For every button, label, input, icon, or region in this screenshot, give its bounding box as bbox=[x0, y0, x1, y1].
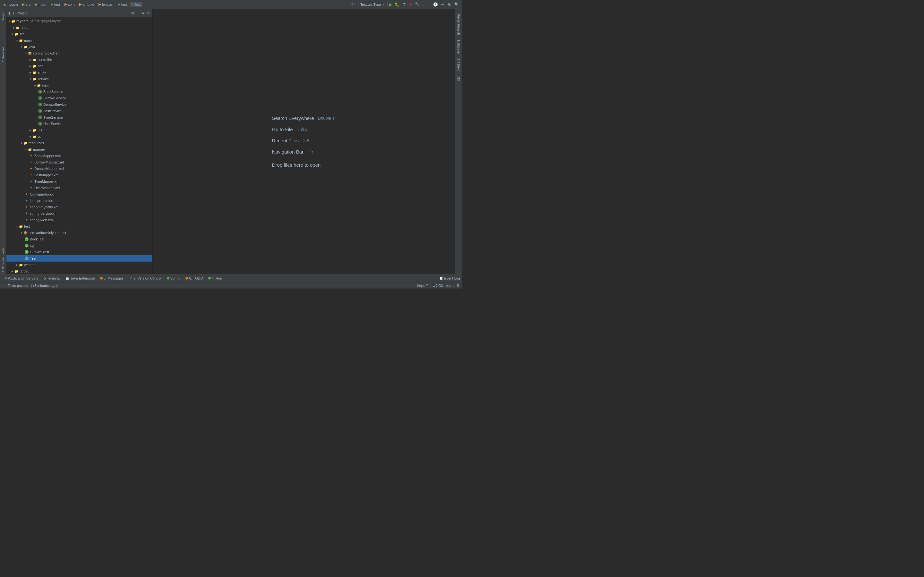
panel-collapse-btn[interactable]: ⊞ bbox=[136, 11, 140, 15]
project-name-btn[interactable]: ■ myssm bbox=[2, 2, 19, 7]
breadcrumb-src[interactable]: ▶ src bbox=[21, 2, 32, 7]
settings-button[interactable]: ⚙ bbox=[447, 2, 452, 7]
breadcrumb-ambow[interactable]: ▶ ambow bbox=[78, 2, 95, 7]
debug-button[interactable]: 🐛 bbox=[394, 2, 401, 7]
folder-icon: 📁 bbox=[27, 147, 32, 152]
tree-item-idea[interactable]: ▶ 📁 .idea bbox=[6, 24, 152, 31]
tree-item-entity[interactable]: ▶ 📁 entity bbox=[6, 69, 152, 76]
tab-todo[interactable]: 6: TODO bbox=[183, 275, 205, 282]
tree-item-main[interactable]: ▼ 📁 main bbox=[6, 37, 152, 44]
bottom-right: 📋 Event Log bbox=[439, 276, 460, 280]
tree-item-service[interactable]: ▼ 📁 service bbox=[6, 76, 152, 82]
active-file-tab[interactable]: ● Test bbox=[130, 2, 142, 7]
git-update-button[interactable]: ↓ bbox=[422, 2, 426, 7]
tree-item-UserMapper-xml[interactable]: ✦ UserMapper.xml bbox=[6, 185, 152, 191]
xml-icon: ✦ bbox=[29, 153, 33, 158]
tree-item-BookTest[interactable]: G BookTest bbox=[6, 236, 152, 242]
tree-item-com-ambow-first[interactable]: ▼ 📦 com.ambow.first bbox=[6, 50, 152, 56]
panel-hide-btn[interactable]: ✕ bbox=[146, 11, 150, 15]
tab-run[interactable]: 4: Run bbox=[206, 275, 224, 282]
run-config-icon[interactable]: ⚙⇅ bbox=[349, 2, 357, 7]
git-branch[interactable]: ⎇ Git: master ⇅ bbox=[433, 284, 459, 287]
side-tab-structure[interactable]: 2: Structure bbox=[1, 256, 5, 274]
properties-icon: ✦ bbox=[24, 198, 29, 203]
arrow-icon: ▶ bbox=[12, 26, 15, 29]
tree-item-spring-service-xml[interactable]: ✦ spring-service.xml bbox=[6, 210, 152, 217]
breadcrumb-com[interactable]: ▶ com bbox=[63, 2, 76, 7]
tab-terminal[interactable]: ❯ Terminal bbox=[41, 275, 63, 282]
tree-item-DonateMapper-xml[interactable]: ✦ DonateMapper.xml bbox=[6, 165, 152, 172]
breadcrumb-leiyuan[interactable]: ▶ leiyuan bbox=[97, 2, 115, 7]
side-tab-cdi[interactable]: CDI bbox=[456, 74, 461, 83]
tree-item-impl[interactable]: ▶ 📁 impl bbox=[6, 82, 152, 89]
tree-item-Test[interactable]: G Test bbox=[6, 255, 152, 261]
git-push-button[interactable]: ↑ bbox=[427, 2, 431, 7]
package-icon: 📦 bbox=[27, 51, 32, 55]
tree-item-resources[interactable]: ▼ 📁 resources bbox=[6, 140, 152, 146]
tree-item-spring-mybatis-xml[interactable]: ✦ spring-mybatis.xml bbox=[6, 204, 152, 210]
build-button[interactable]: 🔨 bbox=[414, 2, 421, 7]
history-button[interactable]: 🕐 bbox=[432, 2, 439, 7]
panel-settings-btn[interactable]: ⚙ bbox=[141, 11, 145, 15]
side-tab-favorites[interactable]: 2: Favorites bbox=[1, 45, 5, 63]
panel-sync-btn[interactable]: ⊕ bbox=[131, 11, 135, 15]
tree-item-vo[interactable]: ▶ 📁 vo bbox=[6, 133, 152, 140]
test-folder-icon: ▶ bbox=[51, 2, 53, 6]
search-everywhere-button[interactable]: 🔍 bbox=[453, 2, 460, 7]
tree-item-com-ambow-leiyuan-test[interactable]: ▼ 📦 com.ambow.leiyuan.test bbox=[6, 229, 152, 236]
folder-icon: 📁 bbox=[32, 134, 37, 139]
xml-icon: ✦ bbox=[29, 160, 33, 164]
project-name: myssm bbox=[7, 3, 18, 6]
side-tab-maven[interactable]: Maven Projects bbox=[456, 11, 461, 37]
folder-icon: 📁 bbox=[11, 19, 15, 23]
event-log-btn[interactable]: 📋 Event Log bbox=[439, 276, 460, 280]
tree-item-myssm[interactable]: ▼ 📁 myssm ~/Desktop/临时/myssm bbox=[6, 18, 152, 24]
tree-item-webapp[interactable]: ▶ 📁 webapp bbox=[6, 261, 152, 268]
tree-item-TypeMapper-xml[interactable]: ✦ TypeMapper.xml bbox=[6, 178, 152, 185]
run-configuration[interactable]: Test.testType ▼ bbox=[358, 2, 388, 7]
tree-item-LostMapper-xml[interactable]: ✦ LostMapper.xml bbox=[6, 172, 152, 178]
tree-item-controller[interactable]: ▶ 📁 controller bbox=[6, 56, 152, 63]
tree-item-LostService[interactable]: I LostService bbox=[6, 108, 152, 114]
arrow-icon: ▶ bbox=[29, 58, 32, 61]
tree-item-BorrowService[interactable]: I BorrowService bbox=[6, 95, 152, 101]
tab-spring[interactable]: Spring bbox=[165, 275, 183, 282]
tree-item-src[interactable]: ▼ 📁 src bbox=[6, 31, 152, 37]
breadcrumb-main[interactable]: ▶ main bbox=[33, 2, 48, 7]
tree-item-util[interactable]: ▶ 📁 util bbox=[6, 127, 152, 133]
tab-java-enterprise[interactable]: ☕ Java Enterprise bbox=[63, 275, 97, 282]
side-tab-project[interactable]: 1: Project bbox=[1, 10, 5, 25]
run-button[interactable]: ▶ bbox=[389, 2, 393, 7]
tree-item-dao[interactable]: ▶ 📁 dao bbox=[6, 63, 152, 69]
breadcrumb-test[interactable]: ▶ test bbox=[49, 2, 61, 7]
breadcrumb-test2[interactable]: ▶ test bbox=[116, 2, 129, 7]
side-tab-database[interactable]: Database bbox=[456, 38, 461, 56]
tab-messages[interactable]: 0: Messages bbox=[98, 275, 126, 282]
tree-item-UserService[interactable]: I UserService bbox=[6, 121, 152, 127]
tab-version-control[interactable]: ⎇ 9: Version Control bbox=[126, 275, 164, 282]
tree-item-BookMapper-xml[interactable]: ✦ BookMapper.xml bbox=[6, 153, 152, 159]
tree-item-TypeService[interactable]: I TypeService bbox=[6, 114, 152, 121]
revert-button[interactable]: ↩ bbox=[440, 2, 445, 7]
tree-item-java[interactable]: ▼ 📁 java bbox=[6, 44, 152, 50]
tree-item-spring-web-xml[interactable]: ✦ spring-web.xml bbox=[6, 217, 152, 223]
tree-item-GuoWeiTest[interactable]: G GuoWeiTest bbox=[6, 249, 152, 255]
tree-item-test-folder[interactable]: ▼ 📁 test bbox=[6, 223, 152, 229]
tree-item-mapper[interactable]: ▼ 📁 mapper bbox=[6, 146, 152, 153]
project-tree: ▼ 📁 myssm ~/Desktop/临时/myssm ▶ 📁 .idea ▼… bbox=[6, 17, 152, 274]
coverage-button[interactable]: ☂ bbox=[402, 2, 407, 7]
side-tab-web[interactable]: Web bbox=[1, 247, 5, 255]
tree-item-DonateService[interactable]: I DonateService bbox=[6, 101, 152, 108]
tab-app-servers[interactable]: ⚙ Application Servers bbox=[2, 275, 41, 282]
interface-icon: I bbox=[38, 109, 42, 113]
tree-item-BookService[interactable]: I BookService bbox=[6, 89, 152, 95]
tree-item-cyj[interactable]: G cyj bbox=[6, 242, 152, 249]
arrow-icon: ▶ bbox=[33, 84, 37, 87]
vcs-icon: ⎇ bbox=[129, 276, 132, 280]
stop-button[interactable]: ■ bbox=[409, 2, 413, 7]
tree-item-jdbc-properties[interactable]: ✦ jdbc.properties bbox=[6, 197, 152, 204]
side-tab-ant[interactable]: Ant Build bbox=[456, 56, 461, 73]
tree-item-target[interactable]: ▶ 📁 target bbox=[6, 268, 152, 274]
tree-item-BorrowMapper-xml[interactable]: ✦ BorrowMapper.xml bbox=[6, 159, 152, 165]
tree-item-Configuration-xml[interactable]: ✦ Configuration.xml bbox=[6, 191, 152, 197]
